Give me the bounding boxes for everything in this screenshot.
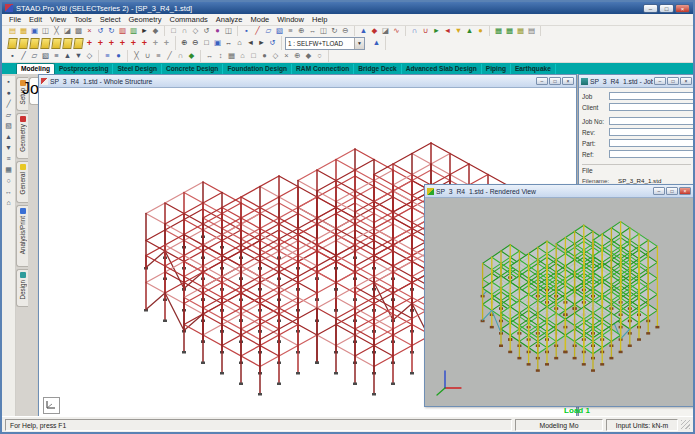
zoom-extents-icon[interactable]: ▣ [212, 38, 223, 48]
job-field-rev-[interactable] [609, 128, 693, 136]
paste-icon[interactable]: ▩ [73, 26, 84, 36]
saved-view-3-icon[interactable] [29, 38, 40, 49]
resize-grip[interactable] [681, 420, 690, 429]
measure-icon[interactable]: ↔ [204, 51, 215, 61]
add-view-3-icon[interactable]: + [106, 38, 117, 48]
add-view-8-icon[interactable]: + [161, 38, 172, 48]
menu-tools[interactable]: Tools [70, 15, 96, 25]
node-table-icon[interactable]: ▦ [493, 26, 504, 36]
loads-cursor-icon[interactable]: ▼ [73, 51, 84, 61]
ji-minimize-button[interactable]: – [654, 77, 666, 85]
job-info-titlebar[interactable]: SP_3_R4_1.std - Job Info – □ × [579, 75, 693, 88]
merge-beam-icon[interactable]: ∪ [142, 51, 153, 61]
beam-table-icon[interactable]: ▦ [504, 26, 515, 36]
nodes-icon[interactable]: ● [3, 88, 14, 98]
supports-icon[interactable]: ▲ [3, 132, 14, 142]
zoom-in-icon[interactable]: ⊕ [179, 38, 190, 48]
select-node-icon[interactable]: ▪ [241, 26, 252, 36]
dimensions-icon[interactable]: ↔ [3, 187, 14, 197]
check-model-icon[interactable]: ◆ [186, 51, 197, 61]
tab-piping[interactable]: Piping [482, 64, 511, 74]
plates-icon[interactable]: ▱ [3, 110, 14, 120]
report-icon[interactable]: ▤ [526, 26, 537, 36]
rendered-structure-canvas[interactable] [425, 198, 689, 404]
query-icon[interactable]: ● [113, 51, 124, 61]
isometric-view-icon[interactable]: ◇ [190, 26, 201, 36]
new-file-icon[interactable]: ▤ [7, 26, 18, 36]
materials-icon[interactable]: ▦ [3, 165, 14, 175]
whole-structure-titlebar[interactable]: SP_3_R4_1.std - Whole Structure – □ × [39, 75, 576, 88]
dynamic-zoom-icon[interactable]: ⌂ [234, 38, 245, 48]
plate-table-icon[interactable]: ▦ [515, 26, 526, 36]
render-view-icon[interactable]: ● [212, 26, 223, 36]
beams-icon[interactable]: ╱ [3, 99, 14, 109]
menu-edit[interactable]: Edit [25, 15, 46, 25]
active-load-icon[interactable]: ▲ [371, 38, 382, 48]
saved-view-4-icon[interactable] [40, 38, 51, 49]
add-beam-icon[interactable]: ╱ [252, 26, 263, 36]
open-file-icon[interactable]: ▦ [18, 26, 29, 36]
tab-postprocessing[interactable]: Postprocessing [55, 64, 113, 74]
add-plate-icon[interactable]: ▱ [263, 26, 274, 36]
save-icon[interactable]: ▣ [29, 26, 40, 36]
spec-tool-icon[interactable]: ◪ [380, 26, 391, 36]
units-setup-icon[interactable]: ⌂ [237, 51, 248, 61]
insert-node-icon[interactable]: ⊖ [340, 26, 351, 36]
snapshot-icon[interactable]: ◫ [223, 26, 234, 36]
add-view-7-icon[interactable]: + [150, 38, 161, 48]
circular-repeat-icon[interactable]: ⊕ [296, 26, 307, 36]
saved-view-2-icon[interactable] [18, 38, 29, 49]
menu-window[interactable]: Window [273, 15, 308, 25]
material-tool-icon[interactable]: ∿ [391, 26, 402, 36]
job-field-job-no-[interactable] [609, 117, 693, 125]
text-cursor-icon[interactable]: ≡ [51, 51, 62, 61]
tab-modeling[interactable]: Modeling [16, 63, 55, 74]
saved-view-1-icon[interactable] [7, 38, 18, 49]
menu-geometry[interactable]: Geometry [125, 15, 166, 25]
supports-cursor-icon[interactable]: ▲ [62, 51, 73, 61]
start-node-icon[interactable]: ► [431, 26, 442, 36]
undo-icon[interactable]: ↺ [95, 26, 106, 36]
menu-select[interactable]: Select [96, 15, 125, 25]
tab-ram-connection[interactable]: RAM Connection [292, 64, 354, 74]
add-view-6-icon[interactable]: + [139, 38, 150, 48]
rv-close-button[interactable]: × [679, 187, 691, 195]
pan-icon[interactable]: ↔ [223, 38, 234, 48]
mirror-icon[interactable]: ◫ [318, 26, 329, 36]
minimize-button[interactable]: – [643, 4, 658, 13]
app-titlebar[interactable]: STAAD.Pro V8i (SELECTseries 2) - [SP_3_R… [2, 2, 693, 14]
menu-analyze[interactable]: Analyze [212, 15, 247, 25]
job-field-ref-[interactable] [609, 150, 693, 158]
refresh-view-icon[interactable]: ↺ [267, 38, 278, 48]
curved-beam-icon[interactable]: ∪ [420, 26, 431, 36]
page-tab-design[interactable]: Design [16, 269, 28, 307]
renumber-icon[interactable]: ≡ [153, 51, 164, 61]
show-all-icon[interactable]: ⊕ [292, 51, 303, 61]
settings-icon[interactable]: ◆ [150, 26, 161, 36]
copy-icon[interactable]: ◪ [62, 26, 73, 36]
rendered-view-titlebar[interactable]: SP_3_R4_1.std - Rendered View – □ × [425, 185, 693, 198]
arc-beam-icon[interactable]: ∩ [409, 26, 420, 36]
end-node-icon[interactable]: ◄ [442, 26, 453, 36]
previous-view-icon[interactable]: ◄ [245, 38, 256, 48]
saved-view-6-icon[interactable] [62, 38, 73, 49]
translational-repeat-icon[interactable]: ≡ [285, 26, 296, 36]
add-view-5-icon[interactable]: + [128, 38, 139, 48]
tab-concrete-design[interactable]: Concrete Design [162, 64, 223, 74]
marker-icon[interactable]: ● [475, 26, 486, 36]
print-icon[interactable]: ◫ [40, 26, 51, 36]
hide-selected-icon[interactable]: × [281, 51, 292, 61]
break-beam-icon[interactable]: ╳ [131, 51, 142, 61]
maximize-button[interactable]: □ [659, 4, 674, 13]
grid-toggle-icon[interactable]: ▦ [226, 51, 237, 61]
page-tab-general[interactable]: General [16, 161, 28, 203]
tab-steel-design[interactable]: Steel Design [113, 64, 162, 74]
menu-mode[interactable]: Mode [247, 15, 274, 25]
move-icon[interactable]: ↔ [307, 26, 318, 36]
connect-beams-icon[interactable]: ∩ [175, 51, 186, 61]
beams-cursor-icon[interactable]: ╱ [18, 51, 29, 61]
ji-close-button[interactable]: × [680, 77, 692, 85]
rv-restore-button[interactable]: □ [666, 187, 678, 195]
labels-toggle-icon[interactable]: ≡ [102, 51, 113, 61]
redo-icon[interactable]: ↻ [106, 26, 117, 36]
